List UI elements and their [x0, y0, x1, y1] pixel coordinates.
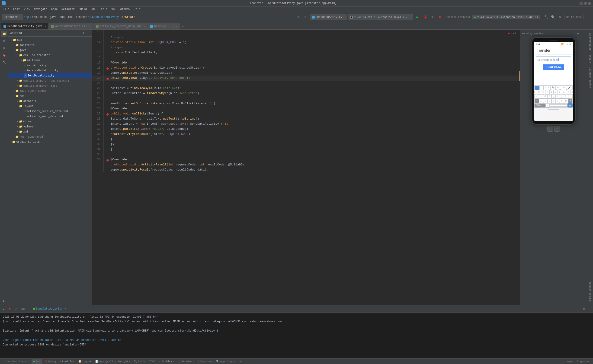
- tree-item-send-activity[interactable]: K SendDataActivity: [8, 73, 92, 78]
- emulator-settings-icon[interactable]: ⚙: [576, 32, 580, 36]
- tree-item-xml[interactable]: ▸ 📁 xml: [8, 129, 92, 134]
- kb-comma[interactable]: ·: [542, 104, 545, 107]
- find-tool-btn[interactable]: ⊕: [1, 38, 7, 44]
- menu-help[interactable]: Help: [132, 7, 142, 11]
- kb-mic-btn[interactable]: 🎤: [567, 86, 572, 90]
- menu-window[interactable]: Window: [118, 7, 132, 11]
- tree-item-res-gen[interactable]: ▸ 📁 res (generated): [8, 134, 92, 139]
- profile-button[interactable]: ⊕: [429, 14, 435, 20]
- code-editor-area[interactable]: ▲2∧∨ 13 2 usages 14: [92, 30, 520, 305]
- kb-b[interactable]: b: [556, 99, 560, 103]
- kb-f[interactable]: f: [547, 95, 551, 98]
- kb-space[interactable]: [550, 105, 567, 106]
- services-status-btn[interactable]: ⚙ Services: [196, 359, 214, 364]
- debug-button[interactable]: 🐞: [422, 14, 428, 20]
- tab-overflow[interactable]: ⋯: [180, 23, 185, 29]
- tab-receive-activity[interactable]: Receive... ▾ ✕: [148, 23, 180, 29]
- menu-navigate[interactable]: Navigate: [32, 7, 49, 11]
- tab-close-1[interactable]: ✕: [45, 25, 46, 28]
- tree-item-activity-receive-xml[interactable]: X activity_receive_data.xml: [8, 109, 92, 114]
- run-rerun-btn[interactable]: ⟳: [13, 306, 19, 312]
- sync-icon[interactable]: ⟳: [295, 14, 301, 20]
- kb-o[interactable]: o: [566, 90, 570, 94]
- kb-123[interactable]: ?123: [534, 104, 542, 107]
- emulator-minimize-icon[interactable]: –: [581, 32, 585, 36]
- kb-delete[interactable]: ⌫: [568, 99, 572, 103]
- menu-tools[interactable]: Tools: [97, 7, 109, 11]
- device-selector[interactable]: 📱 Pixel_3a_API_34_extension_level_7... ▾: [348, 14, 413, 20]
- device-input-field[interactable]: Enter data to send: [536, 57, 571, 63]
- kb-d[interactable]: d: [543, 95, 547, 98]
- panel-collapse-icon[interactable]: –: [86, 31, 90, 35]
- menu-build[interactable]: Build: [77, 7, 89, 11]
- kb-u[interactable]: u: [558, 90, 562, 94]
- settings-icon[interactable]: ⚙: [302, 14, 308, 20]
- menu-refactor[interactable]: Refactor: [60, 7, 77, 11]
- tab-close-2[interactable]: ✕: [89, 25, 90, 28]
- kb-k[interactable]: k: [564, 95, 568, 98]
- kb-j[interactable]: j: [560, 95, 564, 98]
- kb-back-btn[interactable]: ‹: [535, 86, 539, 90]
- kb-p[interactable]: p: [571, 90, 573, 94]
- profiler-status-btn[interactable]: ⊕ Profiler: [58, 359, 76, 364]
- tab-close-3[interactable]: ✕: [144, 25, 145, 28]
- kb-z[interactable]: z: [539, 99, 543, 103]
- notifications-panel-btn[interactable]: Notifications: [589, 31, 591, 52]
- bottom-panel-gear[interactable]: ⚙: [581, 306, 586, 312]
- tab-close-4[interactable]: ✕: [176, 25, 177, 28]
- tab-activity-receive[interactable]: activity_receive_data.xml ✕: [93, 23, 147, 29]
- build-icon[interactable]: 🔨: [543, 14, 549, 20]
- kb-i[interactable]: i: [562, 90, 566, 94]
- tree-item-com-leo-transfer[interactable]: ▾ 📁 com.leo.transfer: [8, 53, 92, 58]
- kb-h[interactable]: h: [556, 95, 560, 98]
- run-config-selector[interactable]: SendDataActivity ▾: [310, 14, 347, 20]
- kb-smile[interactable]: ☺: [546, 104, 549, 107]
- bottom-tab-send-data[interactable]: SendDataActivity ✕: [31, 306, 68, 312]
- emulator-zoom-out[interactable]: −: [554, 126, 560, 132]
- run-status-btn[interactable]: ▶ Run: [32, 359, 42, 364]
- breadcrumb-method[interactable]: onCreate: [122, 15, 135, 19]
- kb-y[interactable]: y: [554, 90, 558, 94]
- breadcrumb-app[interactable]: app: [24, 15, 29, 19]
- tree-item-layout[interactable]: ▾ 📁 layout: [8, 104, 92, 109]
- kb-emoji-icon[interactable]: ☺: [540, 86, 543, 90]
- layout-inspector-btn[interactable]: Layout Inspector: [564, 359, 592, 364]
- breadcrumb-java[interactable]: java: [50, 15, 57, 19]
- logcat-status-btn[interactable]: 📋 Logcat: [76, 359, 93, 364]
- kb-dots-btn[interactable]: ···: [560, 86, 566, 90]
- tab-send-data-activity[interactable]: SendDataActivity.java ✕: [1, 23, 48, 29]
- kb-r[interactable]: r: [546, 90, 549, 94]
- menu-run[interactable]: Run: [89, 7, 97, 11]
- panel-gear-icon[interactable]: ⚙: [81, 31, 85, 35]
- kb-clip-btn[interactable]: 📎: [551, 86, 555, 90]
- kb-m[interactable]: m: [564, 99, 568, 103]
- problems-status-btn[interactable]: ⚠ Problems: [157, 359, 176, 364]
- tree-item-main-activity[interactable]: K MainActivity: [8, 63, 92, 68]
- kb-gif-btn[interactable]: GIF: [544, 86, 550, 90]
- kb-q[interactable]: q: [534, 90, 537, 94]
- kb-c[interactable]: c: [547, 99, 551, 103]
- run-button[interactable]: ▶: [414, 14, 420, 20]
- structure-tool-btn[interactable]: ≡: [1, 45, 7, 52]
- tree-item-app[interactable]: ▾ 📁 app: [8, 38, 92, 43]
- menu-view[interactable]: View: [22, 7, 32, 11]
- build-status-btn[interactable]: 🔨 Build: [132, 359, 147, 364]
- tree-item-activity-send-xml[interactable]: X activity_send_data.xml: [8, 114, 92, 119]
- breadcrumb-transfer[interactable]: transfer: [76, 15, 89, 19]
- menu-vcs[interactable]: VCS: [109, 7, 118, 11]
- debug-status-btn[interactable]: 🐞 Debug: [42, 359, 58, 364]
- project-tool-btn[interactable]: 📁: [1, 31, 7, 37]
- tree-item-android-test[interactable]: ▸ 📁 com.leo.transfer (androidTest): [8, 78, 92, 83]
- version-control-btn[interactable]: ⎇ Version Control: [1, 359, 32, 364]
- kb-x[interactable]: x: [543, 99, 547, 103]
- tree-item-gradle[interactable]: ▸ 📁 Gradle Scripts: [8, 139, 92, 145]
- device-chip[interactable]: Pixel 3a API 34 extension level 7 x86 64: [472, 15, 540, 19]
- menu-file[interactable]: File: [1, 7, 11, 11]
- app-inspection-btn[interactable]: 🔍 App Inspection: [214, 359, 244, 364]
- tree-item-values[interactable]: ▸ 📁 values: [8, 124, 92, 129]
- kb-v[interactable]: v: [552, 99, 555, 103]
- kb-t[interactable]: t: [550, 90, 553, 94]
- bottom-panel-close[interactable]: ✕: [587, 306, 592, 312]
- tab-manifest[interactable]: AndroidManifest.xml ✕: [49, 23, 93, 29]
- maximize-button[interactable]: □: [584, 2, 587, 5]
